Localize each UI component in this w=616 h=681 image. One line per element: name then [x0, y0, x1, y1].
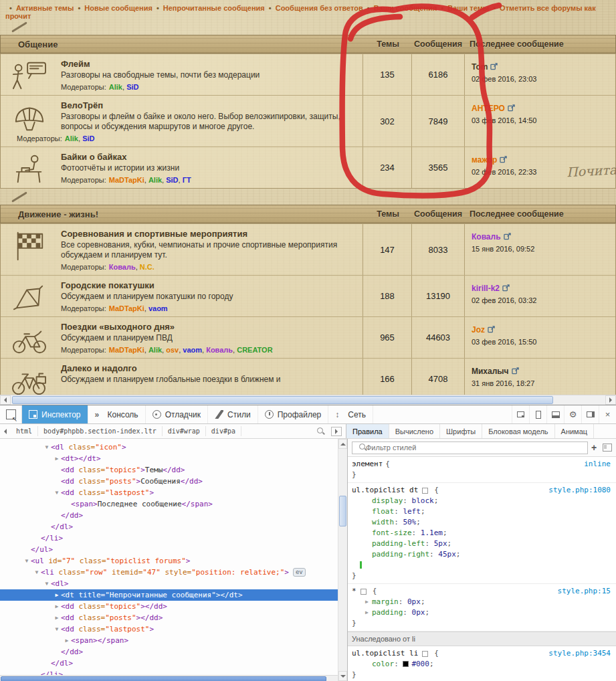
- rule-selector[interactable]: *: [352, 586, 356, 597]
- vscroll-thumb[interactable]: [339, 496, 346, 526]
- forum-title-link[interactable]: ВелоТрёп: [61, 100, 356, 110]
- style-filter-input[interactable]: [352, 442, 588, 454]
- add-rule-button[interactable]: +: [588, 442, 600, 453]
- property-value[interactable]: 50%: [403, 518, 416, 526]
- markup-line[interactable]: ▼<dd class="lastpost">: [0, 487, 338, 498]
- moderator-link[interactable]: Alik: [65, 134, 82, 142]
- highlight-selector-icon[interactable]: [361, 589, 367, 595]
- forum-nav-link[interactable]: Сообщения без ответов: [265, 4, 363, 12]
- responsive-mode-icon[interactable]: [529, 405, 546, 423]
- goto-last-post-icon[interactable]: [512, 365, 519, 377]
- expand-twisty[interactable]: ▼: [23, 555, 31, 567]
- expand-twisty[interactable]: ▶: [53, 612, 61, 623]
- expand-panel-icon[interactable]: [331, 427, 342, 436]
- forum-nav-link[interactable]: Новые сообщения: [74, 4, 152, 12]
- css-property[interactable]: : ;: [352, 560, 613, 571]
- goto-last-post-icon[interactable]: [500, 154, 507, 166]
- forum-title-link[interactable]: Байки о байках: [61, 152, 356, 162]
- markup-line[interactable]: ▶<span></span>: [0, 635, 338, 646]
- moderator-link[interactable]: osv: [166, 346, 183, 354]
- settings-gear-icon[interactable]: ⚙: [564, 405, 581, 423]
- breadcrumb-item[interactable]: body#phpbb.section-index.ltr: [38, 426, 163, 436]
- moderator-link[interactable]: ГТ: [183, 176, 191, 184]
- moderator-link[interactable]: Alik: [148, 346, 166, 354]
- markup-line[interactable]: <dd class="topics">Темы</dd>: [0, 464, 338, 476]
- markup-line[interactable]: ▶<dt title="Непрочитанные сообщения"></d…: [0, 589, 338, 601]
- frames-select-icon[interactable]: [512, 405, 529, 423]
- forum-title-link[interactable]: Флейм: [61, 59, 356, 69]
- css-property[interactable]: float: left;: [352, 506, 613, 517]
- lastpost-user-link[interactable]: мажор: [472, 155, 497, 165]
- css-property[interactable]: display: block;: [352, 496, 613, 506]
- markup-horizontal-scrollbar[interactable]: [0, 675, 338, 681]
- node-picker-button[interactable]: [0, 405, 22, 423]
- scroll-right-button[interactable]: [605, 395, 616, 405]
- search-markup-icon[interactable]: [316, 427, 326, 436]
- sidebar-tab[interactable]: Шрифты: [440, 424, 482, 438]
- forum-title-link[interactable]: Далеко и надолго: [61, 363, 356, 373]
- property-name[interactable]: padding-right: [372, 550, 429, 559]
- markup-vertical-scrollbar[interactable]: [338, 439, 347, 681]
- property-value[interactable]: #000: [411, 660, 429, 668]
- expand-twisty[interactable]: ▼: [53, 623, 61, 635]
- stylesheet-source-link[interactable]: inline: [584, 459, 613, 470]
- breadcrumb-item[interactable]: div#pa: [206, 426, 241, 436]
- property-name[interactable]: padding-left: [372, 539, 425, 548]
- markup-line[interactable]: ▼<dl class="icon">: [0, 442, 338, 453]
- rule-selector[interactable]: ul.topiclist li: [352, 648, 418, 659]
- css-property[interactable]: padding-right: 45px;: [352, 549, 613, 560]
- markup-line[interactable]: <span>Последнее сообщение</span>: [0, 498, 338, 510]
- markup-line[interactable]: </dd>: [0, 646, 338, 658]
- close-devtools-icon[interactable]: ×: [599, 405, 616, 423]
- sidebar-tab[interactable]: Анимац: [555, 424, 595, 438]
- css-property[interactable]: font-size: 1.1em;: [352, 528, 613, 539]
- forum-nav-link[interactable]: Ваши темы: [437, 4, 489, 12]
- markup-line[interactable]: ▶<dt></dt>: [0, 453, 338, 464]
- markup-hscroll-thumb[interactable]: [1, 676, 326, 681]
- property-name[interactable]: display: [372, 496, 403, 505]
- property-expand-twisty[interactable]: ▶: [365, 607, 372, 618]
- property-value[interactable]: 0px: [407, 597, 421, 606]
- stylesheet-source-link[interactable]: style.php:1080: [548, 485, 613, 496]
- property-name[interactable]: padding: [372, 608, 403, 617]
- expand-twisty[interactable]: ▼: [43, 578, 51, 589]
- expand-twisty[interactable]: ▶: [53, 589, 61, 601]
- markup-line[interactable]: </dl>: [0, 521, 338, 532]
- lastpost-user-link[interactable]: kirill-k2: [472, 284, 500, 293]
- breadcrumb-item[interactable]: div#wrap: [163, 426, 206, 436]
- devtools-tab[interactable]: Инспектор: [22, 405, 88, 423]
- moderator-link[interactable]: MaDTapKi: [109, 304, 148, 312]
- lastpost-user-link[interactable]: Tom: [472, 62, 488, 72]
- moderator-link[interactable]: vaom: [183, 346, 206, 354]
- markup-line[interactable]: ▶<dd class="posts"></dd>: [0, 612, 338, 623]
- property-name[interactable]: width: [372, 518, 394, 526]
- devtools-tab[interactable]: Профайлер: [258, 405, 329, 423]
- moderator-link[interactable]: Alik: [109, 83, 126, 91]
- scrollbar-track[interactable]: [11, 395, 605, 405]
- markup-line[interactable]: ▼<li class="row" itemid="47" style="posi…: [0, 567, 338, 578]
- markup-line[interactable]: ▼<dl>: [0, 578, 338, 589]
- lastpost-user-link[interactable]: Михалыч: [472, 367, 509, 376]
- scroll-up-button[interactable]: [338, 439, 347, 449]
- scroll-down-button[interactable]: [338, 671, 347, 681]
- expand-twisty[interactable]: ▼: [53, 487, 61, 498]
- moderator-link[interactable]: N.C.: [140, 263, 155, 271]
- lastpost-user-link[interactable]: АНТЕРО: [472, 104, 505, 113]
- goto-last-post-icon[interactable]: [488, 324, 495, 336]
- split-console-icon[interactable]: [546, 405, 564, 423]
- expand-twisty[interactable]: ▶: [53, 601, 61, 612]
- property-value[interactable]: 1.1em: [421, 528, 443, 537]
- moderator-link[interactable]: MaDTapKi: [109, 176, 148, 184]
- expand-twisty[interactable]: ▶: [63, 635, 71, 646]
- property-value[interactable]: left: [403, 507, 421, 516]
- moderator-link[interactable]: CREATOR: [237, 346, 272, 354]
- highlight-selector-icon[interactable]: [422, 488, 428, 494]
- forum-title-link[interactable]: Городские покатушки: [61, 280, 356, 290]
- property-expand-twisty[interactable]: ▶: [365, 597, 372, 607]
- toggle-pseudo-classes-icon[interactable]: [603, 444, 612, 452]
- lastpost-user-link[interactable]: Joz: [472, 325, 485, 334]
- goto-last-post-icon[interactable]: [508, 102, 515, 114]
- forum-title-link[interactable]: Соревнования и спортивные мероприятия: [61, 229, 356, 239]
- breadcrumb-back-icon[interactable]: [0, 429, 11, 434]
- goto-last-post-icon[interactable]: [502, 282, 510, 294]
